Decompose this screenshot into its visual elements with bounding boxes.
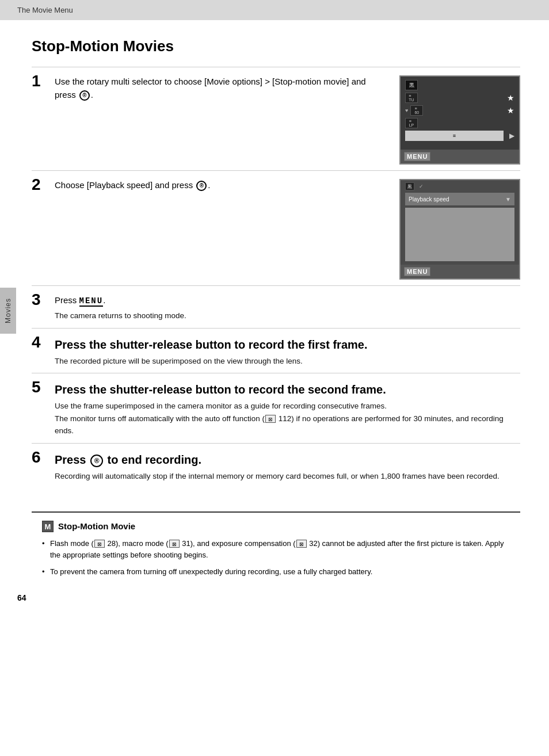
screen2-icon-small: 黒 <box>405 182 414 190</box>
step-3-number: 3 <box>32 292 55 308</box>
ref-icon-1: ⊠ <box>265 415 276 423</box>
step-1-content: Use the rotary multi selector to choose … <box>55 75 399 101</box>
screen2-top: 黒 ✓ <box>405 182 514 190</box>
menu-text-icon: MENU <box>79 296 104 307</box>
main-content: Stop-Motion Movies 1 Use the rotary mult… <box>0 20 549 614</box>
step-5-text: Press the shutter-release button to reco… <box>55 381 509 398</box>
step-1: 1 Use the rotary multi selector to choos… <box>32 67 520 170</box>
step-2-image: 黒 ✓ Playback speed ▼ MENU <box>399 179 520 280</box>
screen-icon-2: ≡TU <box>405 93 418 103</box>
dropdown-text: Playback speed <box>409 196 505 203</box>
breadcrumb: The Movie Menu <box>17 6 73 14</box>
ok-icon-6: ® <box>90 455 103 467</box>
screen-row-1: 黒 <box>405 79 514 91</box>
step-6-text: Press ® to end recording. <box>55 452 509 468</box>
page-title: Stop-Motion Movies <box>32 37 520 55</box>
screen-row-4: ≡LP <box>405 117 514 129</box>
step-4-content: Press the shutter-release button to reco… <box>55 337 520 368</box>
step-3: 3 Press MENU. The camera returns to shoo… <box>32 285 520 328</box>
step-6: 6 Press ® to end recording. Recording wi… <box>32 443 520 488</box>
note-bullet-2: To prevent the camera from turning off u… <box>42 566 510 578</box>
check-icon: ✓ <box>419 184 424 189</box>
note-heading: Stop-Motion Movie <box>58 521 135 531</box>
note-title: M Stop-Motion Movie <box>42 521 510 532</box>
step-2: 2 Choose [Playback speed] and press ®. 黒… <box>32 170 520 285</box>
ref-icon-flash: ⊠ <box>94 540 105 548</box>
step-6-content: Press ® to end recording. Recording will… <box>55 452 520 483</box>
menu-bar-2: MENU <box>401 265 519 278</box>
step-4-subtext: The recorded picture will be superimpose… <box>55 355 509 368</box>
screen-icon-selected: ≡ <box>405 131 504 141</box>
step-1-number: 1 <box>32 73 55 89</box>
step-1-image: 黒 ≡TU ★ ♥ ≡60 ★ ≡LP <box>399 75 520 165</box>
step-5-content: Press the shutter-release button to reco… <box>55 381 520 437</box>
screen-icon-1: 黒 <box>405 80 418 90</box>
menu-bar-1: MENU <box>401 150 519 163</box>
step-3-subtext: The camera returns to shooting mode. <box>55 310 509 322</box>
step-5-subtext: Use the frame superimposed in the camera… <box>55 400 509 437</box>
menu-label-1: MENU <box>404 152 430 161</box>
step-3-content: Press MENU. The camera returns to shooti… <box>55 294 520 322</box>
step-3-text: Press MENU. <box>55 294 509 307</box>
star-1: ★ <box>507 93 514 102</box>
ref-icon-macro: ⊠ <box>169 540 180 548</box>
menu-label-2: MENU <box>404 267 430 276</box>
note-bullet-1: Flash mode (⊠ 28), macro mode (⊠ 31), an… <box>42 538 510 562</box>
screen-1-inner: 黒 ≡TU ★ ♥ ≡60 ★ ≡LP <box>401 77 519 150</box>
step-4-number: 4 <box>32 334 55 350</box>
screen-2-inner: 黒 ✓ Playback speed ▼ <box>401 180 519 265</box>
heart-icon: ♥ <box>405 108 408 113</box>
note-box: M Stop-Motion Movie Flash mode (⊠ 28), m… <box>32 511 520 591</box>
screen-row-5: ≡ ▶ <box>405 129 514 142</box>
step-1-text: Use the rotary multi selector to choose … <box>55 75 388 101</box>
star-2: ★ <box>507 106 514 115</box>
step-5: 5 Press the shutter-release button to re… <box>32 373 520 443</box>
page-number: 64 <box>17 593 26 602</box>
step-4: 4 Press the shutter-release button to re… <box>32 328 520 373</box>
step-2-text: Choose [Playback speed] and press ®. <box>55 179 388 192</box>
screen-row-2: ≡TU ★ <box>405 91 514 104</box>
screen-icon-4: ≡LP <box>405 118 418 128</box>
screen-icon-3: ≡60 <box>410 105 423 116</box>
header-bar: The Movie Menu <box>0 0 549 20</box>
screen2-list <box>405 208 514 261</box>
ok-icon-1: ® <box>79 90 90 101</box>
dropdown-arrow: ▼ <box>505 196 511 203</box>
arrow-icon: ▶ <box>509 132 514 140</box>
step-6-number: 6 <box>32 449 55 465</box>
step-6-subtext: Recording will automatically stop if the… <box>55 470 509 483</box>
screen2-dropdown: Playback speed ▼ <box>405 193 514 205</box>
ok-icon-2: ® <box>196 181 207 191</box>
note-list: Flash mode (⊠ 28), macro mode (⊠ 31), an… <box>42 538 510 578</box>
screen-row-3: ♥ ≡60 ★ <box>405 104 514 117</box>
step-2-number: 2 <box>32 177 55 193</box>
step-2-content: Choose [Playback speed] and press ®. <box>55 179 399 192</box>
ref-icon-exposure: ⊠ <box>296 540 307 548</box>
step-5-number: 5 <box>32 379 55 395</box>
step-4-text: Press the shutter-release button to reco… <box>55 337 509 353</box>
note-icon: M <box>42 521 54 532</box>
